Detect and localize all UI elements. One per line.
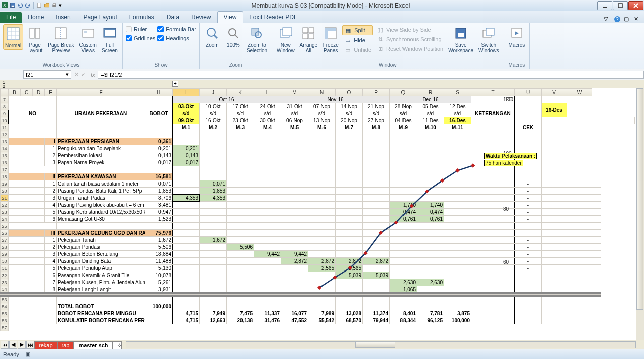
formula-input[interactable]: =$H21/2 xyxy=(98,71,644,79)
formula-bar: I21▾ ✕ ✓ fx =$H21/2 xyxy=(0,69,644,80)
maximize-button[interactable] xyxy=(613,1,628,10)
svg-text:?: ? xyxy=(616,17,619,22)
sheet-nav-prev[interactable]: ◀ xyxy=(9,341,17,349)
name-box[interactable]: I21▾ xyxy=(23,70,71,79)
axis-80: 80 xyxy=(503,206,509,212)
axis-120: 120 xyxy=(503,97,512,102)
svg-rect-40 xyxy=(325,28,328,39)
svg-rect-37 xyxy=(309,34,314,39)
group-macros: Macros xyxy=(507,61,527,69)
svg-rect-13 xyxy=(7,28,19,40)
sheet-nav-next[interactable]: ▶ xyxy=(18,341,26,349)
gridlines-checkbox[interactable]: Gridlines xyxy=(126,35,155,41)
new-window-button[interactable]: New Window xyxy=(275,24,296,54)
ribbon-tabs: File Home Insert Page Layout Formulas Da… xyxy=(0,11,644,23)
custom-views-button[interactable]: Custom Views xyxy=(78,24,98,54)
split-button[interactable]: ▦Split xyxy=(342,25,373,35)
undo-icon[interactable] xyxy=(17,2,23,9)
new-sheet-button[interactable]: ✧ xyxy=(113,341,122,349)
close-button[interactable] xyxy=(628,1,643,10)
vertical-scrollbar[interactable] xyxy=(636,88,644,340)
svg-rect-20 xyxy=(55,28,66,39)
sheet-nav-first[interactable]: ⏮ xyxy=(1,341,9,349)
outline-levels[interactable]: 12 xyxy=(0,80,8,88)
svg-rect-19 xyxy=(35,28,40,38)
svg-line-27 xyxy=(214,35,217,38)
svg-rect-42 xyxy=(458,33,464,37)
status-ready: Ready xyxy=(3,351,19,357)
pagelayout-view-button[interactable]: Page Layout xyxy=(25,24,44,54)
formulabar-checkbox[interactable]: Formula Bar xyxy=(157,26,196,32)
save-icon[interactable] xyxy=(10,2,16,9)
help-icon[interactable]: ? xyxy=(614,16,621,23)
sync-scroll-button[interactable]: ⇅Synchronous Scrolling xyxy=(375,35,445,44)
outline-bar: 12 + xyxy=(0,80,644,88)
grid-area[interactable]: BCDEFHIJKLMNOPQRSTUVW 7Oct-16Nov-16Dec-1… xyxy=(0,88,644,340)
zoom-button[interactable]: Zoom xyxy=(203,24,222,49)
enter-icon[interactable]: ✓ xyxy=(81,71,86,78)
pagebreak-view-button[interactable]: Page Break Preview xyxy=(46,24,75,54)
tab-review[interactable]: Review xyxy=(185,12,217,23)
minimize-ribbon-icon[interactable]: ▽ xyxy=(604,16,611,23)
arrange-all-button[interactable]: Arrange All xyxy=(298,24,319,54)
redo-icon[interactable] xyxy=(25,2,31,9)
cancel-icon[interactable]: ✕ xyxy=(74,71,79,78)
tab-pagelayout[interactable]: Page Layout xyxy=(77,12,123,23)
freeze-panes-button[interactable]: Freeze Panes xyxy=(321,24,340,54)
svg-point-26 xyxy=(207,28,215,36)
tab-home[interactable]: Home xyxy=(22,12,50,23)
ribbon: Normal Page Layout Page Break Preview Cu… xyxy=(0,23,644,69)
zoom-selection-button[interactable]: Zoom to Selection xyxy=(245,24,269,54)
sheet-nav-last[interactable]: ⏭ xyxy=(26,341,34,349)
qat-dropdown-icon[interactable]: ▾ xyxy=(59,2,62,9)
quickprint-icon[interactable] xyxy=(51,2,57,9)
svg-rect-8 xyxy=(618,4,622,8)
minimize-button[interactable] xyxy=(597,1,612,10)
waktu-pelaksanaan-value: 75 hari kalender xyxy=(484,160,523,166)
svg-rect-23 xyxy=(84,31,87,33)
window-title: Membuat kurva S 03 [Compatibility Mode] … xyxy=(64,2,597,9)
svg-rect-4 xyxy=(37,3,41,7)
svg-point-28 xyxy=(229,29,236,36)
tab-foxit[interactable]: Foxit Reader PDF xyxy=(243,12,303,23)
titlebar: X ▾ Membuat kurva S 03 [Compatibility Mo… xyxy=(0,0,644,11)
file-tab[interactable]: File xyxy=(0,12,22,23)
svg-rect-44 xyxy=(486,28,494,35)
headings-checkbox[interactable]: Headings xyxy=(157,35,196,41)
tab-data[interactable]: Data xyxy=(160,12,185,23)
tab-view[interactable]: View xyxy=(217,11,244,23)
sheet-tab-rekap[interactable]: rekap xyxy=(34,341,57,349)
open-icon[interactable] xyxy=(44,2,50,9)
svg-text:X: X xyxy=(3,3,6,8)
axis-60: 60 xyxy=(503,259,509,265)
tab-insert[interactable]: Insert xyxy=(50,12,77,23)
fx-icon[interactable]: fx xyxy=(91,72,95,78)
unhide-button[interactable]: ▭Unhide xyxy=(342,45,373,54)
svg-rect-36 xyxy=(303,34,308,39)
svg-line-29 xyxy=(235,35,238,38)
reset-position-button[interactable]: ⊞Reset Window Position xyxy=(375,44,445,53)
excel-icon: X xyxy=(2,2,8,9)
zoom100-button[interactable]: 100% xyxy=(224,24,243,49)
close-workbook-icon[interactable]: ✕ xyxy=(634,16,641,23)
normal-view-button[interactable]: Normal xyxy=(3,24,23,50)
group-workbook-views: Workbook Views xyxy=(3,61,119,69)
outline-expand-icon[interactable]: + xyxy=(172,81,178,87)
group-show: Show xyxy=(126,61,196,69)
save-workspace-button[interactable]: Save Workspace xyxy=(447,24,475,54)
new-icon[interactable] xyxy=(36,2,42,9)
svg-rect-34 xyxy=(303,28,308,33)
switch-windows-button[interactable]: Switch Windows xyxy=(477,24,501,54)
sheet-tab-master[interactable]: master sch xyxy=(74,341,112,349)
side-by-side-button[interactable]: ▯▯View Side by Side xyxy=(375,25,445,34)
fullscreen-button[interactable]: Full Screen xyxy=(100,24,119,54)
ruler-checkbox[interactable]: Ruler xyxy=(126,26,155,32)
macros-button[interactable]: Macros xyxy=(507,24,527,49)
horizontal-scrollbar[interactable] xyxy=(126,341,636,348)
hide-button[interactable]: ▭Hide xyxy=(342,36,373,45)
restore-window-icon[interactable]: ▢ xyxy=(624,16,631,23)
tab-formulas[interactable]: Formulas xyxy=(123,12,160,23)
sheet-tab-rab[interactable]: rab xyxy=(57,341,74,349)
waktu-pelaksanaan-label: Waktu Pelaksanaan : xyxy=(484,153,537,159)
macro-record-icon[interactable]: ▣ xyxy=(25,351,30,357)
